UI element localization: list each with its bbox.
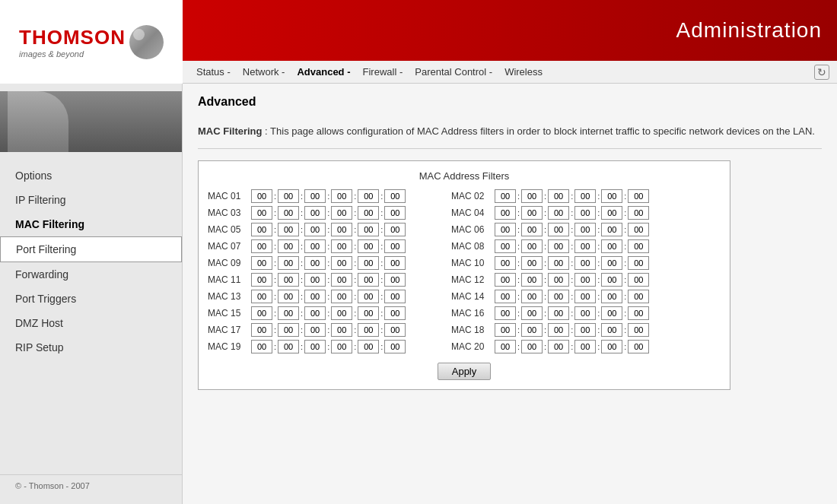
mac-octet-17-1[interactable] <box>251 323 272 337</box>
mac-octet-5-6[interactable] <box>384 223 406 236</box>
mac-octet-13-3[interactable] <box>304 290 326 303</box>
mac-octet-9-3[interactable] <box>304 256 326 270</box>
mac-octet-20-5[interactable] <box>601 340 622 353</box>
mac-octet-18-2[interactable] <box>521 323 543 337</box>
mac-octet-19-3[interactable] <box>304 340 326 353</box>
mac-octet-15-3[interactable] <box>304 306 326 320</box>
mac-octet-19-2[interactable] <box>278 340 299 353</box>
mac-octet-20-3[interactable] <box>548 340 569 353</box>
mac-octet-7-5[interactable] <box>358 239 379 253</box>
mac-octet-17-2[interactable] <box>278 323 299 337</box>
mac-octet-3-4[interactable] <box>331 206 352 220</box>
mac-octet-14-3[interactable] <box>548 290 569 303</box>
mac-octet-18-6[interactable] <box>628 323 649 337</box>
mac-octet-9-5[interactable] <box>358 256 379 270</box>
mac-octet-11-3[interactable] <box>304 273 326 287</box>
mac-octet-12-3[interactable] <box>548 273 569 287</box>
mac-octet-7-3[interactable] <box>304 239 326 253</box>
mac-octet-11-5[interactable] <box>358 273 379 287</box>
mac-octet-20-1[interactable] <box>495 340 516 353</box>
mac-octet-13-4[interactable] <box>331 290 352 303</box>
mac-octet-12-2[interactable] <box>521 273 543 287</box>
sidebar-item-port-filtering[interactable]: Port Filtering <box>0 236 182 262</box>
mac-octet-6-5[interactable] <box>601 223 622 236</box>
mac-octet-1-5[interactable] <box>358 189 379 203</box>
mac-octet-20-6[interactable] <box>628 340 649 353</box>
apply-button[interactable]: Apply <box>438 363 492 380</box>
mac-octet-10-6[interactable] <box>628 256 649 270</box>
mac-octet-14-2[interactable] <box>521 290 543 303</box>
mac-octet-10-4[interactable] <box>574 256 596 270</box>
mac-octet-4-2[interactable] <box>521 206 543 220</box>
sidebar-item-rip-setup[interactable]: RIP Setup <box>0 335 182 360</box>
mac-octet-3-3[interactable] <box>304 206 326 220</box>
mac-octet-4-3[interactable] <box>548 206 569 220</box>
mac-octet-8-1[interactable] <box>495 239 516 253</box>
mac-octet-10-3[interactable] <box>548 256 569 270</box>
mac-octet-10-1[interactable] <box>495 256 516 270</box>
mac-octet-11-1[interactable] <box>251 273 272 287</box>
mac-octet-16-1[interactable] <box>495 306 516 320</box>
mac-octet-5-1[interactable] <box>251 223 272 236</box>
mac-octet-7-1[interactable] <box>251 239 272 253</box>
mac-octet-6-2[interactable] <box>521 223 543 236</box>
mac-octet-10-2[interactable] <box>521 256 543 270</box>
mac-octet-18-4[interactable] <box>574 323 596 337</box>
mac-octet-5-5[interactable] <box>358 223 379 236</box>
mac-octet-15-2[interactable] <box>278 306 299 320</box>
mac-octet-16-6[interactable] <box>628 306 649 320</box>
mac-octet-13-5[interactable] <box>358 290 379 303</box>
mac-octet-4-5[interactable] <box>601 206 622 220</box>
mac-octet-2-5[interactable] <box>601 189 622 203</box>
mac-octet-8-3[interactable] <box>548 239 569 253</box>
mac-octet-12-5[interactable] <box>601 273 622 287</box>
mac-octet-9-4[interactable] <box>331 256 352 270</box>
mac-octet-16-3[interactable] <box>548 306 569 320</box>
sidebar-item-mac-filtering[interactable]: MAC Filtering <box>0 212 182 236</box>
mac-octet-7-6[interactable] <box>384 239 406 253</box>
nav-parental-control[interactable]: Parental Control - <box>409 66 498 78</box>
mac-octet-13-2[interactable] <box>278 290 299 303</box>
mac-octet-11-4[interactable] <box>331 273 352 287</box>
mac-octet-2-1[interactable] <box>495 189 516 203</box>
mac-octet-4-6[interactable] <box>628 206 649 220</box>
mac-octet-1-2[interactable] <box>278 189 299 203</box>
mac-octet-5-3[interactable] <box>304 223 326 236</box>
mac-octet-7-4[interactable] <box>331 239 352 253</box>
mac-octet-7-2[interactable] <box>278 239 299 253</box>
mac-octet-4-4[interactable] <box>574 206 596 220</box>
mac-octet-14-4[interactable] <box>574 290 596 303</box>
mac-octet-11-6[interactable] <box>384 273 406 287</box>
mac-octet-8-2[interactable] <box>521 239 543 253</box>
mac-octet-9-6[interactable] <box>384 256 406 270</box>
mac-octet-17-4[interactable] <box>331 323 352 337</box>
sidebar-item-options[interactable]: Options <box>0 163 182 188</box>
mac-octet-1-1[interactable] <box>251 189 272 203</box>
mac-octet-1-3[interactable] <box>304 189 326 203</box>
mac-octet-13-6[interactable] <box>384 290 406 303</box>
nav-network[interactable]: Network - <box>237 66 291 78</box>
mac-octet-16-5[interactable] <box>601 306 622 320</box>
mac-octet-20-4[interactable] <box>574 340 596 353</box>
mac-octet-2-2[interactable] <box>521 189 543 203</box>
mac-octet-12-6[interactable] <box>628 273 649 287</box>
mac-octet-17-6[interactable] <box>384 323 406 337</box>
sidebar-item-dmz-host[interactable]: DMZ Host <box>0 311 182 335</box>
nav-status[interactable]: Status - <box>190 66 237 78</box>
mac-octet-20-2[interactable] <box>521 340 543 353</box>
mac-octet-3-6[interactable] <box>384 206 406 220</box>
mac-octet-5-2[interactable] <box>278 223 299 236</box>
mac-octet-14-5[interactable] <box>601 290 622 303</box>
mac-octet-17-3[interactable] <box>304 323 326 337</box>
mac-octet-1-6[interactable] <box>384 189 406 203</box>
mac-octet-11-2[interactable] <box>278 273 299 287</box>
mac-octet-15-6[interactable] <box>384 306 406 320</box>
mac-octet-18-3[interactable] <box>548 323 569 337</box>
nav-advanced[interactable]: Advanced - <box>291 66 356 78</box>
mac-octet-3-5[interactable] <box>358 206 379 220</box>
mac-octet-14-6[interactable] <box>628 290 649 303</box>
mac-octet-2-4[interactable] <box>574 189 596 203</box>
nav-firewall[interactable]: Firewall - <box>357 66 409 78</box>
mac-octet-2-6[interactable] <box>628 189 649 203</box>
mac-octet-8-6[interactable] <box>628 239 649 253</box>
